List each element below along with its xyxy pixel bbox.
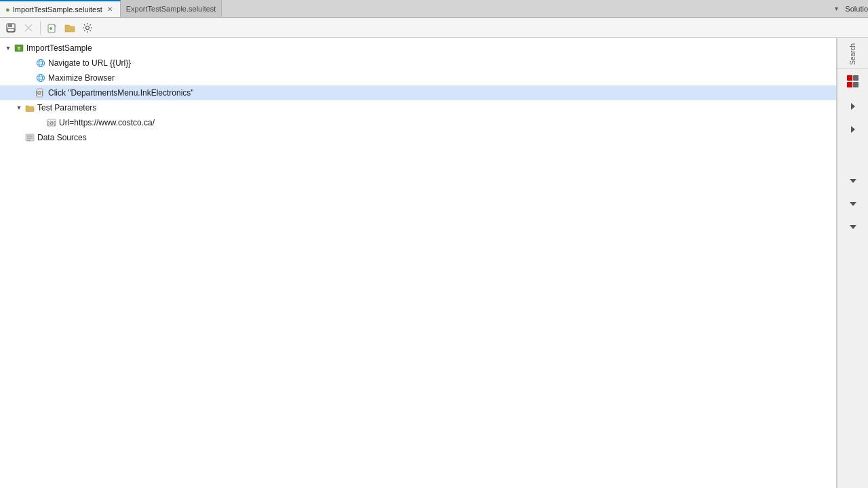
svg-text:[@]: [@] [36,90,43,96]
close-button[interactable] [20,20,37,36]
tab-bar: ● ImportTestSample.seluitest ✕ ExportTes… [0,0,868,18]
tab-overflow-btn[interactable]: ▾ [830,0,842,18]
svg-marker-29 [851,126,855,133]
root-toggle-icon[interactable]: ▼ [3,43,14,54]
svg-point-17 [39,75,43,82]
svg-marker-30 [850,179,856,183]
svg-text:T: T [18,45,21,52]
url-param-icon: [@] [46,117,57,128]
navigate-url-spacer [24,58,35,68]
url-param-label: Url=https://www.costco.ca/ [59,118,155,127]
right-sidebar: Search [837,38,868,488]
sidebar-arrow-right-1[interactable] [842,96,864,117]
test-parameters-item[interactable]: ▼ Test Parameters [0,100,836,115]
search-label[interactable]: Search [849,43,856,65]
sidebar-icon-group [847,75,859,87]
click-departments-label: Click "DepartmentsMenu.InkElectronics" [48,88,194,98]
svg-point-16 [37,75,45,82]
url-param-item[interactable]: [@] Url=https://www.costco.ca/ [0,115,836,130]
tab-import-label: ImportTestSample.seluitest [13,5,102,14]
root-label: ImportTestSample [26,43,92,53]
click-departments-icon: [@] [35,87,46,98]
data-sources-label: Data Sources [37,133,87,142]
toolbar-sep-1 [40,21,41,35]
settings-button[interactable] [79,20,96,36]
maximize-browser-item[interactable]: Maximize Browser [0,70,836,85]
navigate-url-item[interactable]: Navigate to URL {{Url}} [0,56,836,70]
maximize-browser-icon [35,73,46,83]
svg-point-12 [37,60,45,67]
tab-import[interactable]: ● ImportTestSample.seluitest ✕ [0,0,121,17]
save-button[interactable] [3,20,19,36]
sidebar-arrow-down-3[interactable] [842,216,864,238]
tab-import-close[interactable]: ✕ [105,5,115,14]
svg-rect-2 [7,28,14,32]
svg-marker-28 [851,103,855,110]
svg-point-9 [86,26,90,29]
click-departments-spacer [24,87,35,98]
svg-rect-25 [27,136,33,137]
add-button[interactable] [44,20,60,36]
sidebar-arrow-down-1[interactable] [842,170,864,192]
navigate-url-icon [35,58,46,68]
folder-button[interactable] [62,20,78,36]
sidebar-red-icon [847,75,852,81]
solution-label: Solutio [845,5,868,13]
test-params-toggle[interactable]: ▼ [14,102,24,113]
test-parameters-label: Test Parameters [37,103,96,113]
maximize-browser-spacer [24,73,35,83]
tree-root-item[interactable]: ▼ T ImportTestSample [0,41,836,56]
svg-marker-32 [850,225,856,229]
sidebar-red-icon-2 [847,82,852,87]
sidebar-gray-icon-2 [853,82,859,87]
sidebar-arrow-down-2[interactable] [842,193,864,215]
toolbar [0,18,868,38]
data-sources-spacer [14,132,24,143]
maximize-browser-label: Maximize Browser [48,73,115,83]
svg-rect-27 [27,140,31,141]
main-area: ▼ T ImportTestSample Navigate to URL [0,38,868,488]
tab-export-label: ExportTestSample.seluitest [126,5,216,13]
click-departments-item[interactable]: [@] Click "DepartmentsMenu.InkElectronic… [0,85,836,100]
svg-marker-31 [850,202,856,206]
url-param-spacer [35,117,46,128]
test-params-folder-icon [24,102,35,113]
navigate-url-label: Navigate to URL {{Url}} [48,58,131,68]
sidebar-gray-icon [853,75,859,81]
data-sources-icon [24,132,35,143]
svg-rect-1 [8,24,12,27]
tab-export[interactable]: ExportTestSample.seluitest [121,0,222,17]
tab-import-icon: ● [5,5,10,14]
right-sidebar-buttons [842,73,864,485]
svg-point-13 [39,60,43,67]
svg-rect-26 [27,138,33,139]
tree-panel[interactable]: ▼ T ImportTestSample Navigate to URL [0,38,837,488]
data-sources-item[interactable]: Data Sources [0,130,836,145]
svg-text:[@]: [@] [47,120,56,126]
root-icon: T [14,43,24,54]
sidebar-arrow-right-2[interactable] [842,119,864,140]
